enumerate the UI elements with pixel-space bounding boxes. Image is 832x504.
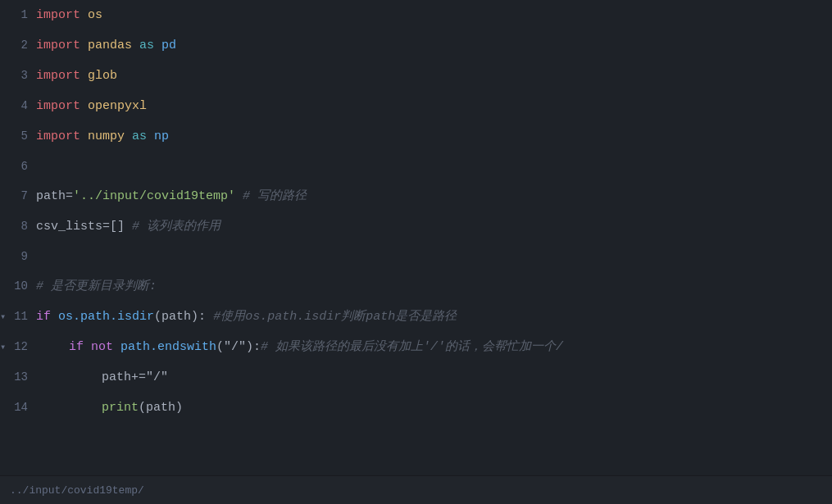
line-number: 12 xyxy=(11,332,34,361)
fold-arrow[interactable]: ▾ xyxy=(0,302,11,332)
line-content: import pandas as pd xyxy=(34,31,825,61)
code-line: 13path+="/" xyxy=(0,362,832,393)
code-line: 6 xyxy=(0,152,832,181)
line-number: 10 xyxy=(11,271,34,301)
code-line: 14print(path) xyxy=(0,393,832,423)
status-path: ../input/covid19temp/ xyxy=(10,484,144,497)
line-number: 6 xyxy=(11,152,34,181)
fold-arrow[interactable]: ▾ xyxy=(0,333,11,362)
code-line: 1import os xyxy=(0,0,832,30)
line-number: 3 xyxy=(11,61,34,90)
line-content: if not path.endswith("/"):# 如果该路径的最后没有加上… xyxy=(34,333,825,362)
code-line: 4import openpyxl xyxy=(0,91,832,121)
line-content: csv_lists=[] # 该列表的作用 xyxy=(34,212,825,242)
line-content: path='../input/covid19temp' # 写的路径 xyxy=(34,182,825,211)
code-line: 8csv_lists=[] # 该列表的作用 xyxy=(0,211,832,242)
code-line: ▾11if os.path.isdir(path): #使用os.path.is… xyxy=(0,302,832,332)
line-number: 9 xyxy=(11,242,34,271)
code-line: 9 xyxy=(0,242,832,271)
code-line: 10# 是否更新目录判断: xyxy=(0,271,832,302)
line-number: 13 xyxy=(11,362,34,392)
code-editor[interactable]: 1import os2import pandas as pd3import gl… xyxy=(0,0,832,475)
code-line: ▾12if not path.endswith("/"):# 如果该路径的最后没… xyxy=(0,332,832,362)
line-number: 1 xyxy=(11,0,34,30)
line-content: import glob xyxy=(34,61,825,91)
line-content: # 是否更新目录判断: xyxy=(34,272,825,302)
line-number: 4 xyxy=(11,91,34,120)
line-number: 5 xyxy=(11,121,34,151)
line-content: if os.path.isdir(path): #使用os.path.isdir… xyxy=(34,302,825,332)
line-content: import os xyxy=(34,1,825,30)
line-number: 11 xyxy=(11,302,34,331)
line-number: 2 xyxy=(11,30,34,60)
line-content: import openpyxl xyxy=(34,92,825,121)
code-line: 7path='../input/covid19temp' # 写的路径 xyxy=(0,181,832,211)
line-content: print(path) xyxy=(34,393,825,423)
code-line: 2import pandas as pd xyxy=(0,30,832,61)
line-number: 14 xyxy=(11,393,34,422)
line-content: path+="/" xyxy=(34,363,825,393)
line-number: 7 xyxy=(11,181,34,211)
line-content: import numpy as np xyxy=(34,122,825,152)
line-number: 8 xyxy=(11,211,34,241)
code-line: 3import glob xyxy=(0,61,832,91)
status-bar: ../input/covid19temp/ xyxy=(0,475,832,504)
code-line: 5import numpy as np xyxy=(0,121,832,152)
